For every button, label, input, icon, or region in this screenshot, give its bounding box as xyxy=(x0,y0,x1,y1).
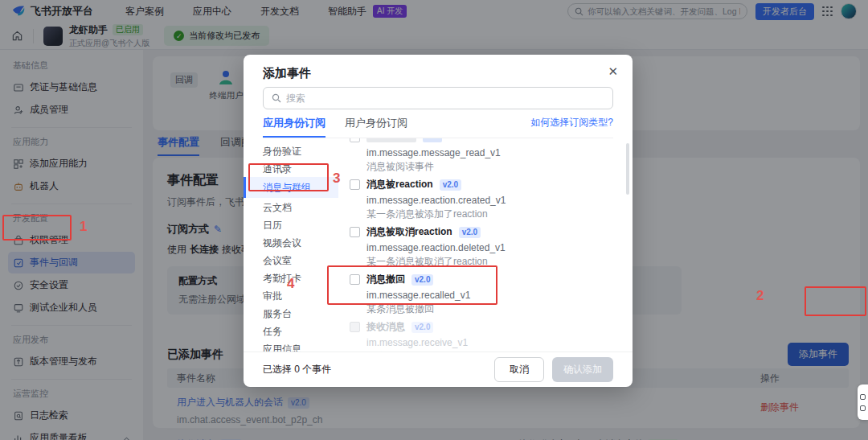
screen: 飞书开放平台 客户案例 应用中心 开发文档 智能助手 AI 开发 开发者后台 xyxy=(0,0,868,440)
event-code: im.message.receive_v1 xyxy=(366,337,615,348)
event-code: im.message.reaction.created_v1 xyxy=(366,195,615,206)
event-item-disabled: 接收消息 v2.0 im.message.receive_v1 用户发送新消息至… xyxy=(350,320,615,352)
annotation-number-2: 2 xyxy=(756,288,764,304)
modal-tabs: 应用身份订阅 用户身份订阅 如何选择订阅类型? xyxy=(263,116,613,138)
modal-event-list: im.message.message_read_v1 消息被阅读事件 消息被re… xyxy=(350,138,615,352)
category-helpdesk[interactable]: 服务台 xyxy=(244,304,338,322)
search-icon xyxy=(272,93,281,103)
event-code: im.message.reaction.deleted_v1 xyxy=(366,242,615,253)
annotation-number-3: 3 xyxy=(333,171,340,187)
event-item: 消息被reaction v2.0 im.message.reaction.cre… xyxy=(350,178,615,220)
checkbox[interactable] xyxy=(350,179,360,190)
checkbox[interactable] xyxy=(350,227,360,237)
cancel-button[interactable]: 取消 xyxy=(494,357,544,382)
modal-search[interactable] xyxy=(263,87,613,109)
annotation-number-1: 1 xyxy=(80,219,87,235)
event-code: im.message.message_read_v1 xyxy=(366,147,615,158)
annotation-box-2 xyxy=(805,286,866,316)
category-task[interactable]: 任务 xyxy=(244,322,338,339)
version-badge: v2.0 xyxy=(459,227,481,238)
tab-user-identity-subscribe[interactable]: 用户身份订阅 xyxy=(345,116,407,138)
version-badge: v2.0 xyxy=(440,179,461,191)
category-calendar[interactable]: 日历 xyxy=(244,216,338,233)
close-icon[interactable]: ✕ xyxy=(608,64,618,79)
checkbox-disabled xyxy=(350,322,360,332)
event-desc: 某一条消息被添加了reaction xyxy=(366,208,615,220)
modal-footer: 已选择 0 个事件 取消 确认添加 xyxy=(244,352,633,387)
subscribe-type-help-link[interactable]: 如何选择订阅类型? xyxy=(530,116,613,138)
modal-title: 添加事件 xyxy=(263,66,311,81)
annotation-box-4 xyxy=(327,265,497,305)
category-docs[interactable]: 云文档 xyxy=(244,198,338,216)
selected-count: 已选择 0 个事件 xyxy=(263,363,331,376)
scrollbar-thumb[interactable] xyxy=(626,143,629,195)
annotation-box-1 xyxy=(2,215,72,241)
event-name: 消息被取消reaction xyxy=(366,225,452,239)
confirm-add-button[interactable]: 确认添加 xyxy=(552,357,613,382)
category-video-meeting[interactable]: 视频会议 xyxy=(244,233,338,251)
modal-search-input[interactable] xyxy=(286,93,604,104)
add-event-modal: 添加事件 ✕ 应用身份订阅 用户身份订阅 如何选择订阅类型? 身份验证 通讯录 … xyxy=(244,55,633,387)
event-name: 消息被reaction xyxy=(366,178,433,191)
annotation-box-3 xyxy=(248,163,329,191)
category-app-info[interactable]: 应用信息 xyxy=(244,339,338,352)
feedback-icon xyxy=(860,405,866,411)
tab-app-identity-subscribe[interactable]: 应用身份订阅 xyxy=(263,116,326,138)
event-desc: 某条消息被撤回 xyxy=(366,303,615,315)
annotation-number-4: 4 xyxy=(287,276,294,292)
floating-helper-widget[interactable] xyxy=(858,384,868,420)
event-name: 接收消息 xyxy=(366,320,405,334)
helper-icon xyxy=(860,394,866,400)
category-meeting-room[interactable]: 会议室 xyxy=(244,251,338,269)
event-item-clipped: im.message.message_read_v1 消息被阅读事件 xyxy=(350,138,615,172)
event-desc: 消息被阅读事件 xyxy=(366,161,615,172)
version-badge: v2.0 xyxy=(411,322,433,333)
category-identity[interactable]: 身份验证 xyxy=(244,142,338,159)
event-item: 消息被取消reaction v2.0 im.message.reaction.d… xyxy=(350,225,615,267)
